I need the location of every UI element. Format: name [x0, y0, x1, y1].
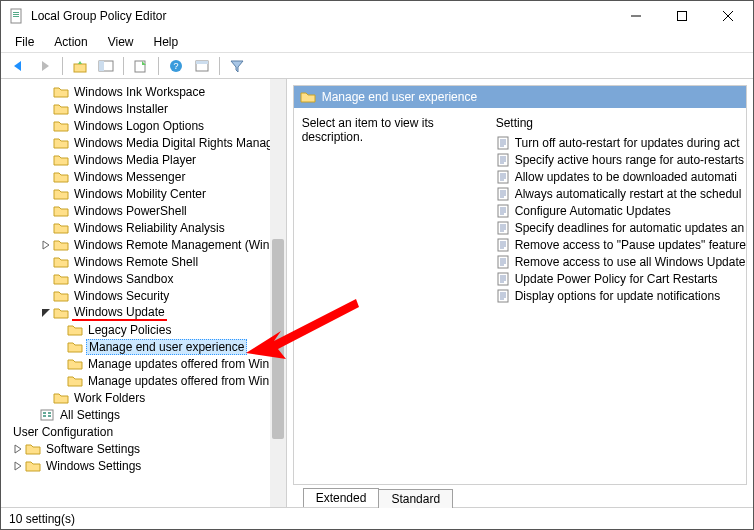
folder-icon — [67, 340, 83, 354]
toolbar: ? — [1, 53, 753, 79]
svg-rect-3 — [13, 16, 19, 17]
tree-item[interactable]: Windows PowerShell — [11, 202, 286, 219]
tree-item[interactable]: Software Settings — [11, 440, 286, 457]
tree-item[interactable]: Windows Settings — [11, 457, 286, 474]
tree-item[interactable]: Windows Mobility Center — [11, 185, 286, 202]
setting-label: Allow updates to be downloaded automati — [515, 170, 737, 184]
tree-item[interactable]: Windows Messenger — [11, 168, 286, 185]
chevron-down-icon[interactable] — [39, 308, 53, 318]
setting-label: Remove access to "Pause updates" feature — [515, 238, 746, 252]
svg-rect-10 — [99, 61, 104, 71]
chevron-right-icon[interactable] — [11, 461, 25, 471]
tree-item[interactable]: Windows Logon Options — [11, 117, 286, 134]
tree-item[interactable]: User Configuration — [11, 423, 286, 440]
tree-item-label: Windows Reliability Analysis — [72, 221, 227, 235]
tree-item[interactable]: Windows Remote Management (WinR — [11, 236, 286, 253]
scrollbar-thumb[interactable] — [272, 239, 284, 439]
path-label: Manage end user experience — [322, 90, 477, 104]
svg-rect-5 — [678, 12, 687, 21]
export-button[interactable] — [129, 55, 153, 77]
folder-icon — [25, 442, 41, 456]
folder-icon — [53, 170, 69, 184]
column-header-setting[interactable]: Setting — [490, 116, 746, 134]
tree-item[interactable]: Windows Update — [11, 304, 286, 321]
folder-icon — [53, 136, 69, 150]
policy-icon — [496, 204, 512, 218]
tree-item[interactable]: Windows Remote Shell — [11, 253, 286, 270]
help-button[interactable]: ? — [164, 55, 188, 77]
close-button[interactable] — [705, 2, 751, 30]
svg-rect-61 — [498, 273, 508, 285]
menu-file[interactable]: File — [7, 33, 42, 51]
right-pane: Manage end user experience Select an ite… — [287, 79, 753, 507]
path-bar: Manage end user experience — [294, 86, 746, 108]
tree-item[interactable]: Windows Installer — [11, 100, 286, 117]
svg-rect-56 — [498, 256, 508, 268]
tree-item-label: User Configuration — [11, 425, 115, 439]
show-hide-tree-button[interactable] — [94, 55, 118, 77]
menu-view[interactable]: View — [100, 33, 142, 51]
app-icon — [9, 8, 25, 24]
folder-icon — [53, 391, 69, 405]
setting-item[interactable]: Update Power Policy for Cart Restarts — [490, 270, 746, 287]
setting-item[interactable]: Configure Automatic Updates — [490, 202, 746, 219]
chevron-right-icon[interactable] — [39, 240, 53, 250]
menu-action[interactable]: Action — [46, 33, 95, 51]
tree-item[interactable]: Legacy Policies — [11, 321, 286, 338]
minimize-button[interactable] — [613, 2, 659, 30]
toolbar-separator — [62, 57, 63, 75]
tree-scrollbar[interactable] — [270, 79, 286, 507]
tree-item-label: Manage updates offered from Win — [86, 357, 271, 371]
setting-item[interactable]: Specify deadlines for automatic updates … — [490, 219, 746, 236]
svg-rect-8 — [74, 64, 86, 72]
setting-item[interactable]: Display options for update notifications — [490, 287, 746, 304]
svg-rect-1 — [13, 12, 19, 13]
folder-icon — [53, 238, 69, 252]
back-button[interactable] — [7, 55, 31, 77]
up-button[interactable] — [68, 55, 92, 77]
policy-icon — [496, 221, 512, 235]
tab-standard[interactable]: Standard — [378, 489, 453, 508]
tree-item[interactable]: All Settings — [11, 406, 286, 423]
menu-help[interactable]: Help — [146, 33, 187, 51]
tree-item[interactable]: Manage updates offered from Win — [11, 355, 286, 372]
properties-button[interactable] — [190, 55, 214, 77]
setting-item[interactable]: Turn off auto-restart for updates during… — [490, 134, 746, 151]
setting-item[interactable]: Specify active hours range for auto-rest… — [490, 151, 746, 168]
setting-item[interactable]: Always automatically restart at the sche… — [490, 185, 746, 202]
toolbar-separator — [219, 57, 220, 75]
maximize-button[interactable] — [659, 2, 705, 30]
tree-item[interactable]: Windows Ink Workspace — [11, 83, 286, 100]
tree-item[interactable]: Manage end user experience — [11, 338, 286, 355]
tab-extended[interactable]: Extended — [303, 488, 380, 507]
svg-rect-46 — [498, 222, 508, 234]
tree-item-label: Manage updates offered from Win — [86, 374, 271, 388]
tree-item[interactable]: Work Folders — [11, 389, 286, 406]
toolbar-separator — [158, 57, 159, 75]
tree-item[interactable]: Windows Media Digital Rights Manage — [11, 134, 286, 151]
tree-item-label: Windows Ink Workspace — [72, 85, 207, 99]
tree-item-label: Windows Update — [72, 305, 167, 321]
folder-icon — [53, 153, 69, 167]
setting-item[interactable]: Remove access to use all Windows Update — [490, 253, 746, 270]
settings-icon — [39, 408, 55, 422]
setting-label: Update Power Policy for Cart Restarts — [515, 272, 718, 286]
setting-item[interactable]: Remove access to "Pause updates" feature — [490, 236, 746, 253]
tree-item[interactable]: Windows Media Player — [11, 151, 286, 168]
folder-icon — [53, 102, 69, 116]
forward-button[interactable] — [33, 55, 57, 77]
tree-item[interactable]: Windows Reliability Analysis — [11, 219, 286, 236]
description-text: Select an item to view its description. — [302, 116, 490, 304]
svg-rect-19 — [48, 412, 51, 414]
setting-item[interactable]: Allow updates to be downloaded automati — [490, 168, 746, 185]
tree-item[interactable]: Windows Sandbox — [11, 270, 286, 287]
tree-item-label: Windows Remote Management (WinR — [72, 238, 280, 252]
svg-text:?: ? — [173, 61, 178, 71]
tree-item[interactable]: Manage updates offered from Win — [11, 372, 286, 389]
setting-label: Always automatically restart at the sche… — [515, 187, 742, 201]
chevron-right-icon[interactable] — [11, 444, 25, 454]
tree-item[interactable]: Windows Security — [11, 287, 286, 304]
setting-label: Display options for update notifications — [515, 289, 720, 303]
filter-button[interactable] — [225, 55, 249, 77]
tree-item-label: Windows Sandbox — [72, 272, 175, 286]
